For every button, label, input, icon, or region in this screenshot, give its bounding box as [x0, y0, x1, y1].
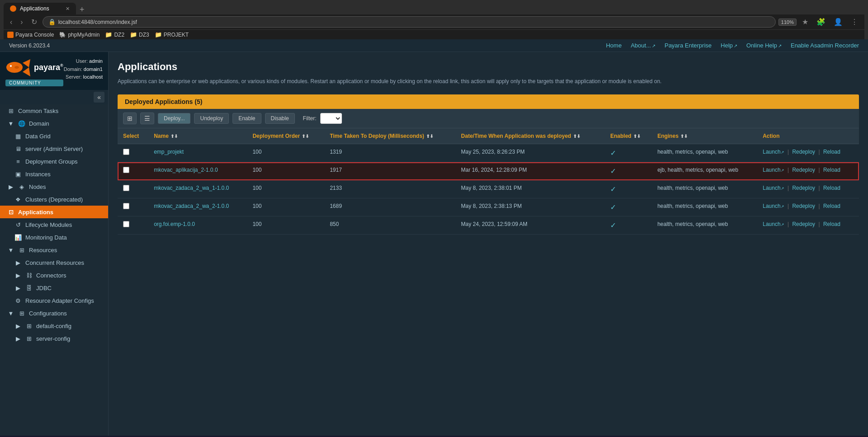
sidebar-item-data-grid[interactable]: ▦ Data Grid [0, 130, 108, 142]
deployed-apps-header: Deployed Applications (5) [118, 94, 859, 109]
sidebar-item-connectors[interactable]: ▶ ⛓ Connectors [0, 269, 108, 282]
reload-link-2[interactable]: Reload [823, 185, 840, 191]
sidebar-item-instances[interactable]: ▣ Instances [0, 168, 108, 180]
cell-datetime-4: May 24, 2023, 12:59:09 AM [455, 216, 605, 235]
row-checkbox-4[interactable] [123, 221, 129, 227]
extensions-btn[interactable]: 🧩 [814, 17, 828, 27]
row-checkbox-0[interactable] [123, 149, 129, 155]
sidebar-collapse-btn[interactable]: « [94, 92, 104, 103]
app-link-3[interactable]: mkovac_zadaca_2_wa_2-1.0.0 [154, 203, 229, 209]
sidebar-item-server-config[interactable]: ▶ ⊞ server-config [0, 332, 108, 345]
launch-link-2[interactable]: Launch [763, 185, 784, 191]
redeploy-link-0[interactable]: Redeploy [792, 149, 815, 155]
sidebar-item-monitoring-data[interactable]: 📊 Monitoring Data [0, 231, 108, 244]
col-deployment-order[interactable]: Deployment Order⬆⬇ [247, 128, 324, 144]
col-engines[interactable]: Engines⬆⬇ [652, 128, 757, 144]
launch-link-4[interactable]: Launch [763, 221, 784, 227]
nav-about[interactable]: About... [631, 42, 655, 49]
sidebar-item-deployment-groups[interactable]: ≡ Deployment Groups [0, 155, 108, 168]
sidebar-item-default-config[interactable]: ▶ ⊞ default-config [0, 320, 108, 332]
sidebar-item-server-admin[interactable]: 🖥 server (Admin Server) [0, 142, 108, 155]
expand-icon-configurations: ▼ [7, 310, 14, 317]
filter-select[interactable] [320, 113, 342, 124]
sidebar-item-domain[interactable]: ▼ 🌐 Domain [0, 117, 108, 130]
cell-time-3: 1689 [324, 198, 455, 216]
app-link-1[interactable]: mkovac_aplikacija_2-1.0.0 [154, 167, 218, 173]
launch-link-0[interactable]: Launch [763, 149, 784, 155]
bookmark-payara[interactable]: Payara Console [7, 32, 54, 38]
launch-link-3[interactable]: Launch [763, 203, 784, 209]
payara-fish-logo [5, 57, 30, 78]
list-view-btn[interactable]: ☰ [140, 113, 154, 124]
expand-icon-connectors: ▶ [14, 272, 22, 279]
new-tab-btn[interactable]: + [76, 5, 88, 14]
sidebar-item-common-tasks[interactable]: ⊞ Common Tasks [0, 104, 108, 117]
address-bar[interactable]: 🔒 localhost:4848/common/index.jsf [43, 16, 776, 28]
reload-link-0[interactable]: Reload [823, 149, 840, 155]
bookmark-dz2[interactable]: 📁 DZ2 [105, 31, 124, 38]
cell-enabled-4: ✓ [605, 216, 652, 235]
sidebar-item-clusters[interactable]: ❖ Clusters (Deprecated) [0, 193, 108, 206]
redeploy-link-2[interactable]: Redeploy [792, 185, 815, 191]
col-enabled[interactable]: Enabled⬆⬇ [605, 128, 652, 144]
sidebar-item-configurations[interactable]: ▼ ⊞ Configurations [0, 307, 108, 320]
cell-enabled-1: ✓ [605, 162, 652, 180]
sidebar-item-nodes[interactable]: ▶ ◈ Nodes [0, 180, 108, 193]
sidebar-item-resource-adapter[interactable]: ⚙ Resource Adapter Configs [0, 294, 108, 307]
redeploy-link-1[interactable]: Redeploy [792, 167, 815, 173]
undeploy-btn[interactable]: Undeploy [194, 113, 229, 124]
menu-btn[interactable]: ⋮ [848, 17, 861, 27]
adapter-icon: ⚙ [14, 297, 22, 304]
bookmark-phpmyadmin[interactable]: 🐘 phpMyAdmin [59, 32, 100, 38]
redeploy-link-4[interactable]: Redeploy [792, 221, 815, 227]
row-checkbox-3[interactable] [123, 203, 129, 209]
reload-link-1[interactable]: Reload [823, 167, 840, 173]
back-btn[interactable]: ‹ [7, 17, 15, 27]
sidebar-item-concurrent-resources[interactable]: ▶ Concurrent Resources [0, 256, 108, 269]
col-time-deploy[interactable]: Time Taken To Deploy (Milliseconds)⬆⬇ [324, 128, 455, 144]
table-row: mkovac_aplikacija_2-1.0.0 100 1917 Mar 1… [118, 162, 859, 180]
forward-btn[interactable]: › [18, 17, 25, 27]
nav-help[interactable]: Help [721, 42, 737, 49]
deploy-btn[interactable]: Deploy... [158, 113, 190, 124]
row-checkbox-1[interactable] [123, 167, 129, 173]
col-datetime[interactable]: Date/Time When Application was deployed⬆… [455, 128, 605, 144]
redeploy-link-3[interactable]: Redeploy [792, 203, 815, 209]
profile-btn[interactable]: 👤 [831, 17, 845, 27]
nav-enable-asadmin[interactable]: Enable Asadmin Recorder [791, 42, 859, 49]
nav-online-help[interactable]: Online Help [746, 42, 782, 49]
tab-close-btn[interactable]: ✕ [66, 6, 70, 12]
nav-payara-enterprise[interactable]: Payara Enterprise [664, 42, 711, 49]
enable-btn[interactable]: Enable [232, 113, 261, 124]
bookmark-btn[interactable]: ★ [799, 17, 811, 27]
bookmark-projekt[interactable]: 📁 PROJEKT [155, 31, 189, 38]
app-link-0[interactable]: emp_projekt [154, 149, 184, 155]
sidebar-item-applications[interactable]: ⊡ Applications [0, 206, 108, 218]
expand-icon-jdbc: ▶ [14, 284, 22, 291]
cell-engines-1: ejb, health, metrics, openapi, web [652, 162, 757, 180]
reload-link-3[interactable]: Reload [823, 203, 840, 209]
disable-btn[interactable]: Disable [265, 113, 295, 124]
enabled-check-icon: ✓ [610, 185, 616, 193]
cell-name-3: mkovac_zadaca_2_wa_2-1.0.0 [148, 198, 247, 216]
cell-action-4: Launch | Redeploy | Reload [757, 216, 859, 235]
grid-view-btn[interactable]: ⊞ [123, 113, 137, 124]
app-link-4[interactable]: org.foi.emp-1.0.0 [154, 221, 195, 227]
app-link-2[interactable]: mkovac_zadaca_2_wa_1-1.0.0 [154, 185, 229, 191]
col-name[interactable]: Name⬆⬇ [148, 128, 247, 144]
cell-engines-2: health, metrics, openapi, web [652, 180, 757, 198]
nav-home[interactable]: Home [606, 42, 622, 49]
cell-action-2: Launch | Redeploy | Reload [757, 180, 859, 198]
community-badge: COMMUNITY [5, 80, 63, 86]
sidebar-item-jdbc[interactable]: ▶ 🗄 JDBC [0, 282, 108, 294]
launch-link-1[interactable]: Launch [763, 167, 784, 173]
row-checkbox-2[interactable] [123, 185, 129, 191]
refresh-btn[interactable]: ↻ [28, 17, 40, 27]
sidebar-item-lifecycle-modules[interactable]: ↺ Lifecycle Modules [0, 218, 108, 231]
active-tab[interactable]: Applications ✕ [4, 3, 76, 14]
sidebar-item-resources[interactable]: ▼ ⊞ Resources [0, 244, 108, 256]
cell-order-1: 100 [247, 162, 324, 180]
bookmark-dz3[interactable]: 📁 DZ3 [130, 31, 149, 38]
enabled-check-icon: ✓ [610, 149, 616, 157]
reload-link-4[interactable]: Reload [823, 221, 840, 227]
